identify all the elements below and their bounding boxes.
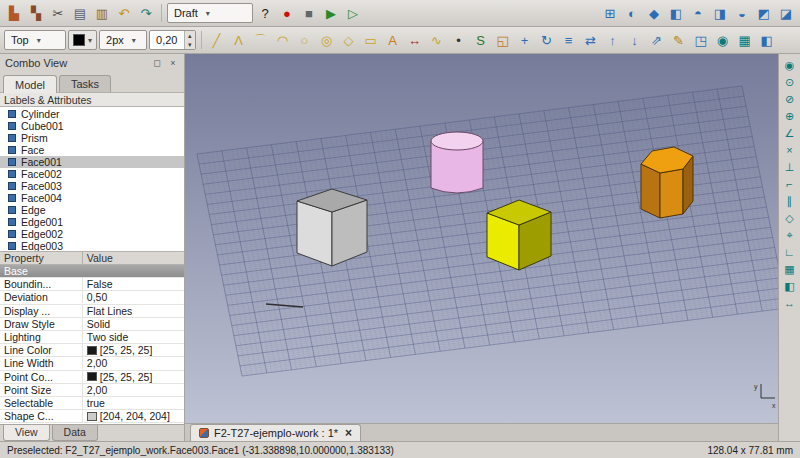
close-icon[interactable]: ×: [343, 426, 352, 440]
cut-icon[interactable]: ✂: [48, 3, 68, 23]
property-row[interactable]: Line Width 2,00: [0, 357, 184, 370]
draft-shapestring-icon[interactable]: S: [471, 30, 491, 50]
tree-item[interactable]: Edge002: [0, 228, 184, 240]
line-width-selector[interactable]: 2px ▾: [99, 30, 147, 50]
tree-item[interactable]: Cube001: [0, 120, 184, 132]
snap-center-icon[interactable]: ⊕: [781, 108, 799, 124]
gray-box[interactable]: [297, 189, 367, 266]
snap-special-icon[interactable]: ◇: [781, 210, 799, 226]
tree-item[interactable]: Prism: [0, 132, 184, 144]
workbench-selector[interactable]: Draft ▾: [167, 3, 253, 23]
property-row[interactable]: Line Color [25, 25, 25]: [0, 344, 184, 357]
view-rear-icon[interactable]: ◒: [732, 3, 752, 23]
snap-grid-icon[interactable]: ▦: [781, 261, 799, 277]
spin-up-icon[interactable]: ▴: [185, 31, 195, 40]
draft-upgrade-icon[interactable]: ↑: [603, 30, 623, 50]
draw-style-icon[interactable]: ◐: [622, 3, 642, 23]
value-column-header[interactable]: Value: [83, 252, 117, 264]
draft-polygon-icon[interactable]: ◇: [339, 30, 359, 50]
tree-item[interactable]: Face003: [0, 180, 184, 192]
tree-item[interactable]: Face: [0, 144, 184, 156]
snap-extension-icon[interactable]: ⌐: [781, 176, 799, 192]
macro-record-icon[interactable]: ●: [277, 3, 297, 23]
whats-this-icon[interactable]: ?: [255, 3, 275, 23]
draft-offset-icon[interactable]: ≡: [559, 30, 579, 50]
pink-cylinder[interactable]: [431, 132, 483, 193]
property-row[interactable]: Selectable true: [0, 397, 184, 410]
draft-point-icon[interactable]: •: [449, 30, 469, 50]
draft-scale-icon[interactable]: ⇗: [647, 30, 667, 50]
property-row[interactable]: Deviation 0,50: [0, 291, 184, 304]
draft-polyline-icon[interactable]: Λ: [229, 30, 249, 50]
dock-close-icon[interactable]: ×: [167, 58, 179, 68]
property-row[interactable]: Shape C... [204, 204, 204]: [0, 410, 184, 423]
dock-float-icon[interactable]: ◻: [151, 58, 163, 68]
draft-arc-icon[interactable]: ◠: [273, 30, 293, 50]
hex-prism-mid-face[interactable]: [660, 169, 683, 218]
draft-trimex-icon[interactable]: ⇄: [581, 30, 601, 50]
paste-icon[interactable]: ▥: [92, 3, 112, 23]
property-row[interactable]: Base: [0, 265, 184, 278]
snap-endpoint-icon[interactable]: ⊙: [781, 74, 799, 90]
panel-tab[interactable]: Tasks: [59, 75, 111, 92]
scale-spinner[interactable]: 0,20 ▴ ▾: [149, 30, 196, 50]
snap-perpendicular-icon[interactable]: ⊥: [781, 159, 799, 175]
property-row[interactable]: Display ... Flat Lines: [0, 305, 184, 318]
property-row[interactable]: Point Co... [25, 25, 25]: [0, 371, 184, 384]
line-color-button[interactable]: ▾: [68, 30, 97, 50]
yellow-cube[interactable]: [487, 200, 551, 270]
cylinder-top[interactable]: [431, 132, 483, 150]
draft-grid-toggle-icon[interactable]: ▦: [735, 30, 755, 50]
draft-fillet-icon[interactable]: ⌒: [251, 30, 271, 50]
draft-bspline-icon[interactable]: ∿: [427, 30, 447, 50]
view-top-icon[interactable]: ◓: [688, 3, 708, 23]
property-row[interactable]: Lighting Two side: [0, 331, 184, 344]
snap-working-plane-icon[interactable]: ◧: [781, 278, 799, 294]
macro-debug-icon[interactable]: ▷: [343, 3, 363, 23]
view-bottom-icon[interactable]: ◩: [754, 3, 774, 23]
3d-viewport[interactable]: x y: [185, 54, 778, 423]
view-front-icon[interactable]: ◧: [666, 3, 686, 23]
tree-item[interactable]: Edge001: [0, 216, 184, 228]
draft-snap-lock-icon[interactable]: ◉: [713, 30, 733, 50]
copy-icon[interactable]: ▤: [70, 3, 90, 23]
hex-prism[interactable]: [641, 147, 693, 218]
snap-near-icon[interactable]: ⌖: [781, 227, 799, 243]
redo-icon[interactable]: ↷: [136, 3, 156, 23]
draft-text-icon[interactable]: A: [383, 30, 403, 50]
snap-intersection-icon[interactable]: ×: [781, 142, 799, 158]
tree-item[interactable]: Cylinder: [0, 108, 184, 120]
draft-working-plane-icon[interactable]: ◧: [757, 30, 777, 50]
draft-ellipse-icon[interactable]: ◎: [317, 30, 337, 50]
property-row[interactable]: Point Size 2,00: [0, 384, 184, 397]
property-tab[interactable]: Data: [52, 425, 98, 441]
tree-header[interactable]: Labels & Attributes: [0, 92, 184, 107]
draft-wp-proxy-icon[interactable]: ◳: [691, 30, 711, 50]
draft-rotate-icon[interactable]: ↻: [537, 30, 557, 50]
fit-all-icon[interactable]: ⊞: [600, 3, 620, 23]
draft-rectangle-icon[interactable]: ▭: [361, 30, 381, 50]
tree-item[interactable]: Face002: [0, 168, 184, 180]
tree-item[interactable]: Edge: [0, 204, 184, 216]
macro-stop-icon[interactable]: ■: [299, 3, 319, 23]
draft-edit-icon[interactable]: ✎: [669, 30, 689, 50]
draft-plane-selector[interactable]: Top ▾: [4, 30, 66, 50]
arch-icon[interactable]: ▙: [4, 3, 24, 23]
spin-down-icon[interactable]: ▾: [185, 40, 195, 49]
undo-icon[interactable]: ↶: [114, 3, 134, 23]
view-right-icon[interactable]: ◨: [710, 3, 730, 23]
draft-move-icon[interactable]: +: [515, 30, 535, 50]
snap-parallel-icon[interactable]: ∥: [781, 193, 799, 209]
tree-item[interactable]: Edge003: [0, 240, 184, 251]
document-tab[interactable]: F2-T27-ejemplo-work : 1* ×: [190, 424, 361, 441]
property-row[interactable]: Draw Style Solid: [0, 318, 184, 331]
snap-angle-icon[interactable]: ∠: [781, 125, 799, 141]
tree-item[interactable]: Face004: [0, 192, 184, 204]
draft-facebinder-icon[interactable]: ◱: [493, 30, 513, 50]
view-isometric-icon[interactable]: ◆: [644, 3, 664, 23]
draft-downgrade-icon[interactable]: ↓: [625, 30, 645, 50]
draft-circle-icon[interactable]: ○: [295, 30, 315, 50]
snap-lock-icon[interactable]: ◉: [781, 57, 799, 73]
snap-dimensions-icon[interactable]: ↔: [781, 295, 799, 311]
snap-midpoint-icon[interactable]: ⊘: [781, 91, 799, 107]
